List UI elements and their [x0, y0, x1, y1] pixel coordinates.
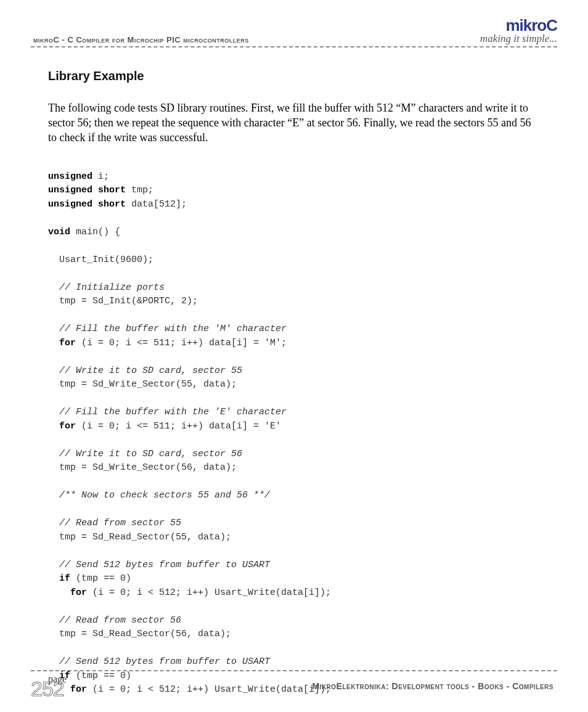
comment: // Initialize ports: [48, 282, 165, 293]
header-right: mikroC making it simple...: [480, 17, 557, 45]
code-text: (tmp == 0): [70, 573, 131, 584]
footer-row: page MikroElektronika: Development tools…: [31, 675, 557, 691]
kw: void: [48, 227, 70, 237]
comment: // Write it to SD card, sector 56: [48, 449, 242, 459]
code-text: [48, 421, 59, 432]
logo-text: mikroC: [480, 17, 557, 33]
kw: for: [59, 338, 76, 348]
code-text: (i = 0; i <= 511; i++) data[i] = 'M';: [76, 338, 287, 348]
code-text: [48, 338, 59, 348]
code-text: (i = 0; i <= 511; i++) data[i] = 'E': [76, 421, 281, 432]
footer-text: MikroElektronika: Development tools - Bo…: [312, 681, 553, 691]
comment: // Read from sector 55: [48, 518, 181, 528]
header-divider: [31, 46, 557, 47]
kw: for: [70, 587, 87, 598]
page-content: Library Example The following code tests…: [31, 69, 557, 712]
code-block: unsigned i; unsigned short tmp; unsigned…: [48, 170, 540, 712]
tagline-text: making it simple...: [480, 33, 557, 45]
code-text: tmp = Sd_Read_Sector(55, data);: [48, 532, 231, 542]
code-text: data[512];: [126, 199, 187, 210]
code-text: tmp;: [126, 185, 153, 195]
kw: for: [59, 421, 76, 432]
comment: /** Now to check sectors 55 and 56 **/: [48, 490, 270, 501]
comment: // Send 512 bytes from buffer to USART: [48, 657, 270, 667]
comment: // Fill the buffer with the 'M' characte…: [48, 324, 287, 334]
kw: if: [59, 573, 70, 584]
page-number-text: 252: [31, 677, 64, 700]
code-text: tmp = Sd_Write_Sector(56, data);: [48, 462, 237, 473]
comment: // Fill the buffer with the 'E' characte…: [48, 407, 287, 417]
intro-paragraph: The following code tests SD library rout…: [48, 100, 540, 145]
kw: unsigned: [48, 171, 92, 182]
section-title: Library Example: [48, 69, 540, 83]
comment: // Send 512 bytes from buffer to USART: [48, 560, 270, 570]
footer-divider: [31, 670, 557, 671]
comment: // Write it to SD card, sector 55: [48, 366, 242, 376]
kw: unsigned short: [48, 199, 126, 210]
header-left-text: mikroC - C Compiler for Microchip PIC mi…: [33, 35, 249, 45]
code-text: i;: [92, 171, 109, 182]
comment: // Read from sector 56: [48, 615, 181, 626]
code-text: tmp = Sd_Read_Sector(56, data);: [48, 629, 231, 639]
code-text: main() {: [70, 227, 120, 237]
page-number: 252: [31, 677, 86, 700]
code-text: tmp = Sd_Init(&PORTC, 2);: [48, 296, 198, 306]
page-header: mikroC - C Compiler for Microchip PIC mi…: [31, 17, 557, 45]
page-footer: page MikroElektronika: Development tools…: [31, 670, 557, 691]
code-text: [48, 573, 59, 584]
kw: unsigned short: [48, 185, 126, 195]
code-text: Usart_Init(9600);: [48, 255, 153, 265]
code-text: [48, 587, 70, 598]
code-text: (i = 0; i < 512; i++) Usart_Write(data[i…: [87, 587, 331, 598]
code-text: tmp = Sd_Write_Sector(55, data);: [48, 379, 237, 390]
